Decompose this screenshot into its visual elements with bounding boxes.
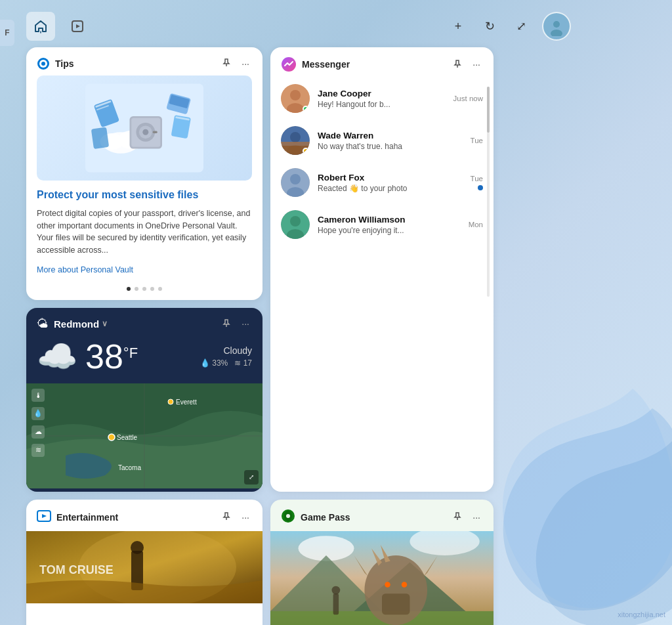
city-chevron-icon: ∨ [102,319,108,328]
tips-content: Protect your most sensitive files Protec… [26,181,262,280]
gamepass-game-image [270,531,494,625]
svg-text:TOM CRUISE: TOM CRUISE [39,563,114,576]
messenger-header: Messenger ··· [270,47,494,77]
sender-name-jane: Jane Cooper [318,89,446,98]
tips-title: Tips [55,58,214,69]
gamepass-title: Game Pass [301,512,445,523]
message-item-jane[interactable]: Jane Cooper Hey! Hangout for b... Just n… [273,77,491,119]
weather-condition: Cloudy [200,345,252,356]
widgets-panel: + ↻ ⤢ [13,0,584,625]
scrollbar-thumb[interactable] [487,87,490,133]
svg-point-54 [286,514,290,518]
message-body-cameron: Cameron Williamson Hope you're enjoying … [318,215,461,235]
humidity-value: 33% [212,358,228,368]
svg-rect-66 [333,593,339,614]
weather-rain-icon[interactable]: 💧 [32,407,45,420]
wind-icon: ≋ [234,358,241,368]
tips-dot-1[interactable] [127,287,131,291]
weather-temperature: 38 [85,339,123,374]
message-list: Jane Cooper Hey! Hangout for b... Just n… [270,77,494,246]
message-item-wade[interactable]: Wade Warren No way that's true. haha Tue [273,119,491,162]
wind-value: 17 [243,358,252,368]
entertainment-movie-image: TOM CRUISE [26,531,262,603]
expand-button[interactable]: ⤢ [511,16,532,37]
avatar-cameron [281,210,310,239]
tips-link[interactable]: More about Personal Vault [37,265,133,274]
avatar-robert [281,168,310,197]
svg-point-18 [142,129,148,135]
tips-more-button[interactable]: ··· [239,57,252,70]
message-preview-robert: Reacted 👋 to your photo [318,184,463,193]
humidity-icon: 💧 [200,358,210,368]
message-time-jane: Just now [453,95,483,102]
weather-cloud-icon: ☁️ [37,337,77,376]
entertainment-pin-button[interactable] [219,510,234,524]
svg-point-34 [290,132,301,142]
message-time-wade: Tue [471,137,483,144]
tips-header: Tips ··· [26,47,262,75]
home-tab[interactable] [26,12,55,41]
svg-point-8 [41,62,45,66]
tips-widget: Tips ··· [26,47,262,300]
messenger-widget: Messenger ··· [270,47,494,492]
messenger-title: Messenger [302,59,445,70]
tips-pin-button[interactable] [219,56,234,70]
map-expand-button[interactable]: ⤢ [244,470,259,485]
svg-point-31 [290,90,301,100]
tips-icon [37,57,50,70]
weather-widget: 🌤 Redmond ∨ ··· ☁️ 38 °F [26,308,262,492]
entertainment-more-button[interactable]: ··· [239,511,252,524]
message-time-cameron: Mon [469,221,483,228]
messenger-icon [281,56,297,72]
svg-point-42 [290,216,301,226]
svg-point-48 [168,399,173,404]
top-bar: + ↻ ⤢ [13,0,584,47]
tips-dot-2[interactable] [135,287,138,291]
entertainment-title: Entertainment [56,512,214,523]
message-meta-jane: Just now [453,95,483,102]
tips-dot-3[interactable] [142,287,146,291]
message-preview-wade: No way that's true. haha [318,142,463,151]
tips-body: Protect digital copies of your passport,… [37,207,252,257]
tips-illustration [37,75,252,181]
gamepass-pin-button[interactable] [450,510,465,524]
sender-name-cameron: Cameron Williamson [318,215,461,225]
tips-pagination [26,280,262,300]
user-avatar-button[interactable] [542,12,571,41]
weather-more-button[interactable]: ··· [239,317,252,330]
weather-wind-icon[interactable]: ≋ [32,444,45,457]
weather-header: 🌤 Redmond ∨ ··· [26,308,262,335]
tips-dot-4[interactable] [150,287,154,291]
media-tab[interactable] [63,12,92,41]
entertainment-icon [37,509,51,526]
tips-headline: Protect your most sensitive files [37,188,252,202]
avatar-jane [281,84,310,113]
svg-text:Tacoma: Tacoma [118,464,141,471]
weather-pin-button[interactable] [219,317,234,331]
svg-point-74 [131,541,144,554]
add-widget-button[interactable]: + [448,16,469,37]
gamepass-widget: Game Pass ··· [270,500,494,625]
message-item-cameron[interactable]: Cameron Williamson Hope you're enjoying … [273,204,491,246]
message-preview-jane: Hey! Hangout for b... [318,100,446,109]
svg-marker-69 [42,514,47,518]
message-time-robert: Tue [471,175,483,183]
widgets-grid: Tips ··· [13,47,584,625]
tips-dot-5[interactable] [158,287,162,291]
gamepass-header: Game Pass ··· [270,500,494,531]
weather-sun-icon: 🌤 [37,317,49,331]
weather-thermometer-icon[interactable]: 🌡 [32,389,45,402]
messenger-more-button[interactable]: ··· [470,58,483,71]
gamepass-more-button[interactable]: ··· [470,511,483,524]
refresh-button[interactable]: ↻ [479,16,500,37]
message-meta-robert: Tue [471,175,483,190]
messenger-pin-button[interactable] [450,58,465,72]
top-bar-actions: + ↻ ⤢ [448,12,571,41]
weather-cloud-icon2[interactable]: ☁ [32,425,45,439]
message-item-robert[interactable]: Robert Fox Reacted 👋 to your photo Tue [273,162,491,204]
weather-map: Everett Seattle Tacoma 🌡 💧 ☁ ≋ ⤢ [26,383,262,488]
message-meta-wade: Tue [471,137,483,144]
svg-point-64 [402,582,408,588]
svg-rect-19 [153,131,158,134]
weather-city: Redmond ∨ [54,318,108,330]
